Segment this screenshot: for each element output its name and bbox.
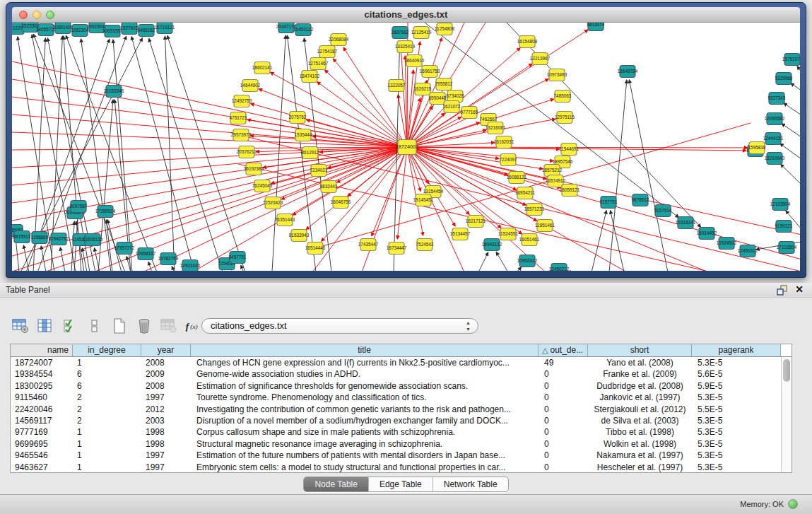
graph-node[interactable]: 20891406: [53, 23, 73, 34]
graph-node[interactable]: 9878512: [632, 194, 649, 206]
graph-node[interactable]: 7234021: [310, 165, 328, 177]
table-row[interactable]: 1872400712008Changes of HCN gene express…: [11, 357, 781, 368]
graph-node[interactable]: 16051461: [519, 234, 540, 246]
graph-node[interactable]: 11544691: [559, 144, 579, 156]
graph-node[interactable]: 1527602: [121, 23, 139, 35]
graph-node[interactable]: 12923446: [180, 260, 201, 271]
memory-status-icon[interactable]: [788, 499, 798, 509]
function-builder-button[interactable]: f (x): [184, 316, 203, 336]
graph-node[interactable]: 12103504: [770, 199, 791, 211]
graph-node[interactable]: 36192383: [244, 163, 264, 175]
graph-node[interactable]: 12975115: [555, 112, 575, 124]
table-row[interactable]: 977716911998Corpus callosum shape and si…: [11, 426, 781, 438]
delete-table-button[interactable]: [135, 316, 153, 336]
graph-node[interactable]: 2075762: [289, 112, 307, 124]
graph-node[interactable]: 9832441: [320, 181, 338, 193]
graph-node[interactable]: 10653287: [102, 25, 123, 37]
graph-node[interactable]: 18640910: [404, 55, 425, 67]
graph-node[interactable]: 9457791: [229, 252, 247, 264]
graph-node[interactable]: 14644902: [240, 80, 261, 92]
graph-node[interactable]: 22068084: [329, 34, 349, 46]
graph-node[interactable]: 1322057: [388, 80, 406, 92]
graph-node[interactable]: 7485063: [554, 90, 572, 103]
graph-node[interactable]: 16046756: [331, 197, 351, 209]
graph-node[interactable]: 9097587: [70, 201, 88, 213]
graph-node[interactable]: 9157791: [600, 197, 618, 209]
graph-node[interactable]: 18059121: [560, 185, 580, 197]
graph-node[interactable]: 10719121: [155, 23, 175, 34]
graph-node[interactable]: 17957272: [114, 243, 135, 255]
graph-node[interactable]: 18724007: [396, 140, 418, 155]
graph-node[interactable]: 16217121: [466, 216, 486, 228]
import-table-button[interactable]: [160, 316, 178, 336]
table-column-button[interactable]: [36, 316, 54, 336]
graph-node[interactable]: 17359924: [95, 206, 116, 218]
graph-node[interactable]: 16943122: [482, 239, 502, 251]
scrollbar-thumb[interactable]: [783, 359, 790, 382]
graph-node[interactable]: 16782759: [158, 253, 179, 265]
column-header-in_degree[interactable]: in_degree: [73, 344, 141, 356]
graph-node[interactable]: 29573973: [231, 129, 252, 141]
graph-node[interactable]: 16961758: [420, 66, 440, 78]
graph-node[interactable]: 11524551: [498, 228, 518, 240]
graph-node[interactable]: 3915913: [13, 231, 31, 243]
graph-node[interactable]: 16162031: [494, 136, 514, 148]
tab-node-table[interactable]: Node Table: [304, 477, 368, 491]
graph-node[interactable]: 20576212: [237, 146, 257, 158]
graph-node[interactable]: 4612912: [302, 147, 319, 159]
graph-node[interactable]: 12754187: [317, 46, 338, 58]
tab-edge-table[interactable]: Edge Table: [368, 477, 433, 491]
graph-node[interactable]: 2887682: [392, 27, 409, 39]
graph-node[interactable]: 9159121: [775, 221, 793, 233]
minimize-window-button[interactable]: [33, 11, 41, 19]
table-row[interactable]: 1830029562008Estimation of significance …: [11, 380, 781, 392]
graph-node[interactable]: 10958167: [136, 248, 156, 260]
graph-node[interactable]: 1535444: [295, 129, 312, 141]
table-settings-button[interactable]: [11, 316, 30, 336]
close-window-button[interactable]: [19, 11, 28, 19]
graph-node[interactable]: 7955812: [435, 78, 453, 90]
row-height-button[interactable]: [86, 316, 104, 336]
graph-node[interactable]: 1621072: [443, 101, 461, 113]
graph-node[interactable]: 16514446: [305, 243, 326, 255]
graph-node[interactable]: 72523423: [263, 197, 283, 209]
graph-node[interactable]: 12942757: [49, 233, 69, 245]
column-header-year[interactable]: year: [141, 344, 191, 356]
graph-node[interactable]: 1156869: [31, 232, 49, 244]
graph-node[interactable]: 13325419: [395, 41, 416, 53]
graph-node[interactable]: 6466162: [138, 25, 155, 37]
graph-node[interactable]: 76351443: [275, 214, 295, 226]
graph-node[interactable]: 11851461: [535, 220, 555, 232]
graph-node[interactable]: 17103504: [777, 242, 797, 254]
float-window-icon[interactable]: [777, 285, 788, 296]
tab-network-table[interactable]: Network Table: [433, 477, 508, 491]
graph-node[interactable]: 81633943: [289, 230, 310, 242]
graph-node[interactable]: 13505135: [83, 234, 103, 246]
graph-node[interactable]: 9777169: [461, 107, 478, 119]
graph-node[interactable]: 16453122: [293, 24, 314, 36]
table-row[interactable]: 1456911722003Disruption of a novel membe…: [11, 415, 781, 426]
graph-node[interactable]: 10973493: [547, 69, 567, 81]
graph-node[interactable]: 12450312: [738, 245, 758, 257]
graph-node[interactable]: 9227343: [768, 93, 786, 105]
column-header-pagerank[interactable]: pagerank: [692, 344, 781, 356]
table-source-dropdown[interactable]: citations_edges.txt ▲▼: [201, 318, 478, 334]
select-columns-button[interactable]: [61, 316, 79, 336]
graph-node[interactable]: 16154808: [517, 36, 538, 48]
graph-node[interactable]: 12751467: [308, 58, 329, 70]
graph-node[interactable]: 76245043: [252, 180, 273, 192]
table-row[interactable]: 946554611997Estimation of the future num…: [11, 450, 781, 461]
graph-node[interactable]: 12492753: [232, 95, 252, 107]
graph-node[interactable]: 9329966: [775, 73, 793, 85]
graph-node[interactable]: 16086121: [507, 172, 527, 184]
graph-node[interactable]: 12125419: [411, 27, 432, 39]
table-row[interactable]: 911546021997Tourette syndrome. Phenomeno…: [11, 392, 781, 403]
graph-node[interactable]: 8813074: [587, 23, 605, 31]
graph-node[interactable]: 4751723: [230, 112, 247, 124]
graph-node[interactable]: 10924502: [717, 238, 737, 250]
graph-node[interactable]: 16210643: [765, 153, 785, 165]
graph-node[interactable]: 12450212: [549, 264, 570, 271]
vertical-scrollbar[interactable]: [781, 357, 792, 472]
column-header-short[interactable]: short: [588, 344, 692, 356]
graph-node[interactable]: 18571231: [524, 204, 545, 216]
